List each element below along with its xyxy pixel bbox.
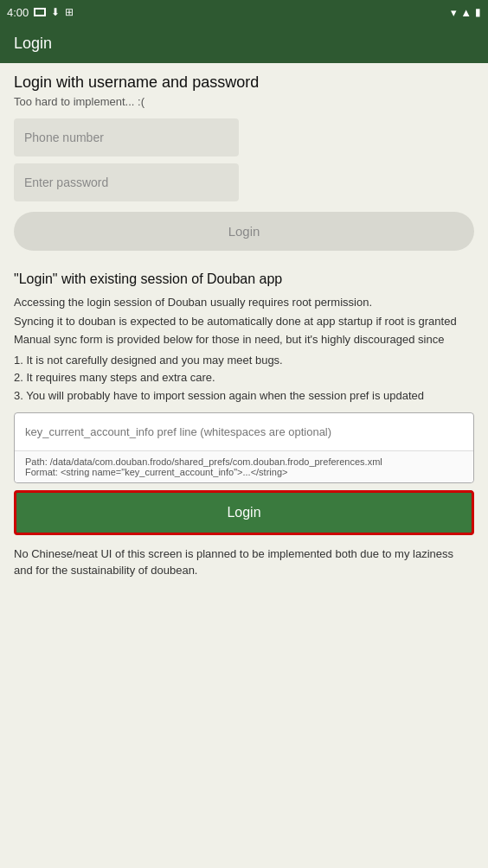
footer-text: No Chinese/neat UI of this screen is pla… bbox=[14, 546, 474, 579]
wifi-icon: ▾ bbox=[451, 6, 457, 19]
section1-title: Login with username and password bbox=[14, 73, 474, 92]
session-input-wrapper: Path: /data/data/com.douban.frodo/shared… bbox=[14, 412, 474, 483]
session-section: "Login" with existing session of Douban … bbox=[14, 271, 474, 579]
status-left: 4:00 ⬇ ⊞ bbox=[7, 6, 74, 19]
phone-input[interactable] bbox=[14, 118, 239, 156]
battery-icon: ▮ bbox=[475, 6, 481, 18]
signal-icon: ▲ bbox=[460, 6, 472, 19]
session-key-input[interactable] bbox=[15, 413, 473, 450]
session-hint: Path: /data/data/com.douban.frodo/shared… bbox=[15, 450, 473, 482]
info-text-3: Manual sync form is provided below for t… bbox=[14, 331, 474, 348]
app-bar: Login bbox=[0, 24, 488, 63]
section1-subtitle: Too hard to implement... :( bbox=[14, 95, 474, 108]
info-text-1: Accessing the login session of Douban us… bbox=[14, 294, 474, 311]
list-item-3: 3. You will probably have to import sess… bbox=[14, 387, 474, 405]
username-section: Login with username and password Too har… bbox=[14, 73, 474, 265]
status-box-icon bbox=[34, 8, 46, 16]
login-username-button[interactable]: Login bbox=[14, 212, 474, 251]
list-item-1: 1. It is not carefully designed and you … bbox=[14, 352, 474, 370]
list-item-2: 2. It requires many steps and extra care… bbox=[14, 369, 474, 387]
login-session-button[interactable]: Login bbox=[14, 490, 474, 535]
status-bar: 4:00 ⬇ ⊞ ▾ ▲ ▮ bbox=[0, 0, 488, 24]
info-text-2: Syncing it to douban is expected to be a… bbox=[14, 313, 474, 330]
hint-format: Format: <string name="key_current_accoun… bbox=[25, 467, 463, 477]
status-right: ▾ ▲ ▮ bbox=[451, 6, 481, 19]
download-icon: ⬇ bbox=[51, 6, 60, 18]
password-input[interactable] bbox=[14, 163, 239, 201]
main-content: Login with username and password Too har… bbox=[0, 63, 488, 590]
app-title: Login bbox=[14, 35, 52, 52]
session-list: 1. It is not carefully designed and you … bbox=[14, 352, 474, 405]
hint-path: Path: /data/data/com.douban.frodo/shared… bbox=[25, 456, 463, 467]
notification-icon: ⊞ bbox=[65, 6, 74, 18]
time-display: 4:00 bbox=[7, 6, 29, 19]
session-title: "Login" with existing session of Douban … bbox=[14, 271, 474, 287]
